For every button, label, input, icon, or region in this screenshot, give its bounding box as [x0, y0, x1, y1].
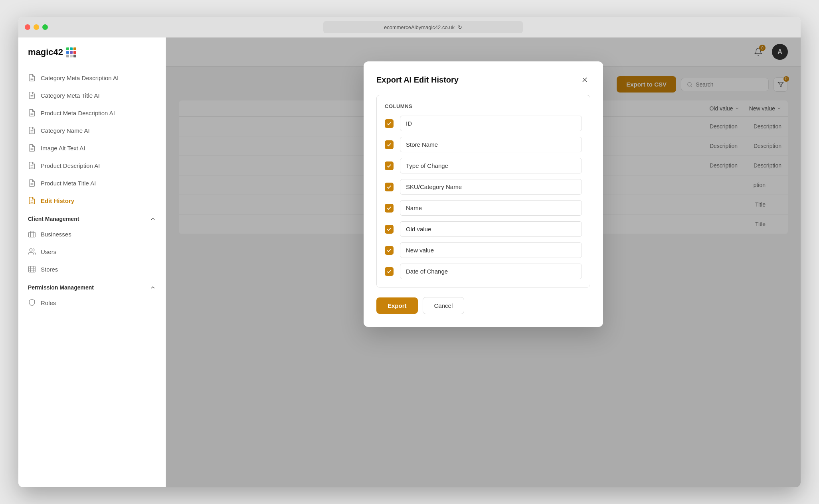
checkbox-store-name[interactable]	[385, 140, 394, 149]
column-item-type-of-change: Type of Change	[385, 158, 582, 173]
checkbox-new-value[interactable]	[385, 246, 394, 255]
logo: magic42	[28, 47, 156, 57]
checkbox-id[interactable]	[385, 119, 394, 128]
sidebar-item-stores[interactable]: Stores	[18, 260, 166, 278]
file-icon	[28, 144, 36, 152]
export-modal: Export AI Edit History Columns	[364, 61, 603, 327]
nav-label: Product Description AI	[41, 162, 100, 169]
checkbox-date-of-change[interactable]	[385, 267, 394, 276]
minimize-traffic-light[interactable]	[34, 24, 39, 30]
logo-dot-9	[73, 55, 76, 57]
check-icon	[386, 163, 392, 169]
sidebar-nav: Category Meta Description AI Category Me…	[18, 64, 166, 487]
nav-label: Category Name AI	[41, 127, 90, 134]
sidebar-item-category-name[interactable]: Category Name AI	[18, 122, 166, 139]
sidebar-item-edit-history[interactable]: Edit History	[18, 192, 166, 209]
logo-dot-1	[66, 47, 69, 50]
reload-icon[interactable]: ↻	[458, 24, 462, 30]
sidebar-item-product-description[interactable]: Product Description AI	[18, 157, 166, 174]
svg-rect-16	[29, 232, 36, 237]
column-item-old-value: Old value	[385, 221, 582, 237]
sidebar-item-roles[interactable]: Roles	[18, 294, 166, 311]
checkbox-name[interactable]	[385, 204, 394, 213]
shield-icon	[28, 299, 36, 307]
file-icon	[28, 179, 36, 187]
file-icon	[28, 161, 36, 169]
column-label-id: ID	[400, 116, 582, 131]
logo-dots	[66, 47, 76, 57]
modal-header: Export AI Edit History	[376, 74, 590, 85]
address-bar[interactable]: ecommerceAlbymagic42.co.uk ↻	[323, 21, 523, 33]
sidebar-item-category-meta-title[interactable]: Category Meta Title AI	[18, 87, 166, 104]
check-icon	[386, 121, 392, 126]
section-label: Columns	[385, 103, 582, 109]
nav-label: Edit History	[41, 197, 74, 204]
logo-dot-5	[70, 51, 73, 54]
logo-dot-4	[66, 51, 69, 54]
sidebar-item-businesses[interactable]: Businesses	[18, 225, 166, 243]
nav-label: Stores	[41, 266, 58, 273]
nav-label: Product Meta Description AI	[41, 110, 115, 116]
sidebar: magic42	[18, 37, 166, 487]
column-item-date-of-change: Date of Change	[385, 264, 582, 279]
logo-text: magic42	[28, 47, 63, 57]
file-icon-active	[28, 197, 36, 205]
nav-label: Category Meta Description AI	[41, 75, 119, 81]
sidebar-item-category-meta-description[interactable]: Category Meta Description AI	[18, 69, 166, 87]
checkbox-sku-category-name[interactable]	[385, 183, 394, 191]
file-icon	[28, 91, 36, 99]
column-label-old-value: Old value	[400, 221, 582, 237]
check-icon	[386, 142, 392, 148]
section-label: Client Management	[28, 216, 79, 222]
section-client-management[interactable]: Client Management	[18, 209, 166, 225]
main-content: 0 A Export to CSV	[166, 37, 801, 487]
chevron-up-icon-2	[150, 284, 156, 291]
app-layout: magic42	[18, 37, 801, 487]
columns-section: Columns ID	[376, 95, 590, 287]
column-label-date-of-change: Date of Change	[400, 264, 582, 279]
close-traffic-light[interactable]	[25, 24, 30, 30]
column-label-new-value: New value	[400, 242, 582, 258]
checkbox-old-value[interactable]	[385, 225, 394, 234]
file-icon	[28, 74, 36, 82]
check-icon	[386, 184, 392, 190]
nav-label: Users	[41, 248, 56, 255]
logo-dot-2	[70, 47, 73, 50]
maximize-traffic-light[interactable]	[42, 24, 48, 30]
column-label-name: Name	[400, 200, 582, 216]
check-icon	[386, 269, 392, 274]
column-label-store-name: Store Name	[400, 137, 582, 152]
modal-title: Export AI Edit History	[376, 75, 459, 85]
logo-dot-8	[70, 55, 73, 57]
nav-label: Roles	[41, 299, 56, 306]
check-icon	[386, 205, 392, 211]
file-icon	[28, 126, 36, 134]
nav-label: Businesses	[41, 231, 71, 238]
sidebar-item-image-alt-text[interactable]: Image Alt Text AI	[18, 139, 166, 157]
traffic-lights	[25, 24, 48, 30]
browser-window: ecommerceAlbymagic42.co.uk ↻ magic42	[18, 17, 801, 487]
url-text: ecommerceAlbymagic42.co.uk	[384, 24, 455, 30]
sidebar-item-product-meta-description[interactable]: Product Meta Description AI	[18, 104, 166, 122]
column-item-sku-category-name: SKU/Category Name	[385, 179, 582, 195]
nav-label: Image Alt Text AI	[41, 145, 85, 152]
chevron-up-icon	[150, 216, 156, 222]
logo-dot-7	[66, 55, 69, 57]
column-label-sku-category-name: SKU/Category Name	[400, 179, 582, 195]
cancel-button[interactable]: Cancel	[423, 297, 465, 314]
section-permission-management[interactable]: Permission Management	[18, 278, 166, 294]
sidebar-item-product-meta-title[interactable]: Product Meta Title AI	[18, 174, 166, 192]
export-button[interactable]: Export	[376, 297, 418, 314]
column-item-store-name: Store Name	[385, 137, 582, 152]
svg-rect-18	[29, 266, 36, 272]
column-label-type-of-change: Type of Change	[400, 158, 582, 173]
modal-close-button[interactable]	[579, 74, 590, 85]
column-item-name: Name	[385, 200, 582, 216]
checkbox-type-of-change[interactable]	[385, 161, 394, 170]
check-icon	[386, 226, 392, 232]
logo-dot-6	[73, 51, 76, 54]
sidebar-header: magic42	[18, 37, 166, 64]
sidebar-item-users[interactable]: Users	[18, 243, 166, 260]
store-icon	[28, 265, 36, 273]
modal-footer: Export Cancel	[376, 297, 590, 314]
